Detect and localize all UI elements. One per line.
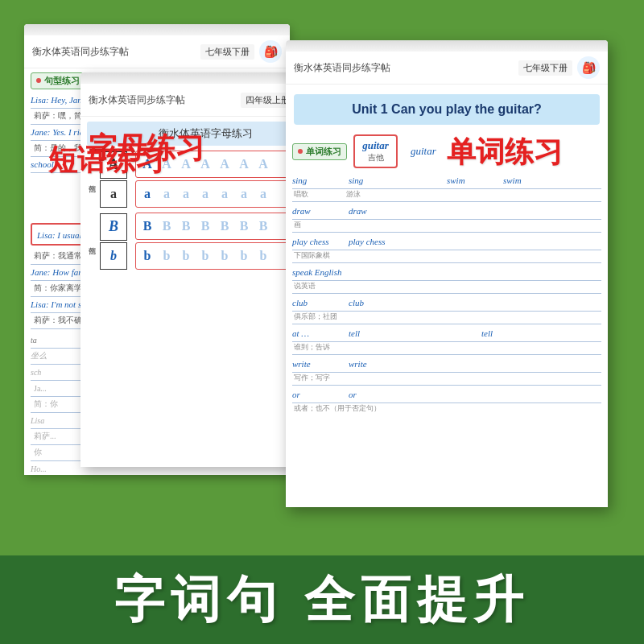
book-icon-back: 🎒 (259, 40, 282, 63)
cn-or: 或者；也不（用于否定句） (292, 403, 601, 415)
header-right-back: 七年级下册 🎒 (200, 40, 282, 63)
word-card-guitar: guitar 吉他 (353, 134, 398, 168)
unit-title-box: Unit 1 Can you play the guitar? (294, 94, 600, 125)
book-title-front: 衡水体英语同步练字帖 (294, 61, 390, 75)
cn-write: 写作；写字 (292, 373, 601, 386)
chinese-label-danci: 单词练习 (447, 133, 563, 172)
word-row-draw: draw draw (292, 202, 601, 220)
cn-club: 俱乐部；社团 (292, 312, 601, 324)
letter-examples-B: B b (100, 213, 132, 270)
bottom-banner: 字词句 全面提升 (0, 555, 644, 644)
word-row-speakenglish: speak English (292, 263, 601, 281)
book-title-middle: 衡水体英语同步练字帖 (89, 93, 185, 107)
unit-title: Unit 1 Can you play the guitar? (352, 102, 542, 116)
book-grade-front: 七年级下册 (518, 60, 572, 76)
word-row-or: or or (292, 386, 601, 403)
book-header-back: 衡水体英语同步练字帖 七年级下册 🎒 (24, 35, 290, 68)
section-label-text-back: 句型练习 (44, 75, 80, 87)
book-header-front: 衡水体英语同步练字帖 七年级下册 🎒 (286, 52, 608, 85)
cn-tell: 谁到；告诉 (292, 342, 601, 355)
word-row-club: club club (292, 294, 601, 312)
scroll-top-front (286, 40, 608, 52)
header-right-front: 七年级下册 🎒 (518, 56, 600, 79)
cn-playchess: 下国际象棋 (292, 250, 601, 263)
section-label-front: 单词练习 (292, 143, 347, 160)
word-row-playchess: play chess play chess (292, 233, 601, 250)
word-row-sing: sing sing swim swim (292, 171, 601, 189)
section-dot-front (298, 149, 303, 154)
letter-example-upper-B: B (100, 213, 127, 241)
word-table: sing sing swim swim 唱歌 游泳 draw draw 画 pl… (286, 171, 608, 415)
chinese-label-duanyu: 短语练习 (48, 141, 164, 180)
word-row-tell: at … tell tell (292, 324, 601, 342)
book-icon-front: 🎒 (577, 56, 600, 79)
cn-speakenglish: 说英语 (292, 281, 601, 294)
book-title-back: 衡水体英语同步练字帖 (32, 45, 129, 59)
cn-draw: 画 (292, 220, 601, 233)
book-grade-back: 七年级下册 (200, 44, 254, 60)
section-dot (36, 78, 41, 83)
letter-example-lower-b: b (100, 242, 127, 270)
letter-example-lower-a: a (100, 180, 127, 208)
section-label-text-front: 单词练习 (306, 146, 341, 158)
word-row-write: write write (292, 355, 601, 373)
book-front: 衡水体英语同步练字帖 七年级下册 🎒 Unit 1 Can you play t… (286, 40, 608, 507)
scroll-top-back (24, 24, 290, 35)
cn-sing: 唱歌 游泳 (292, 189, 601, 202)
bottom-banner-text: 字词句 全面提升 (114, 566, 529, 634)
